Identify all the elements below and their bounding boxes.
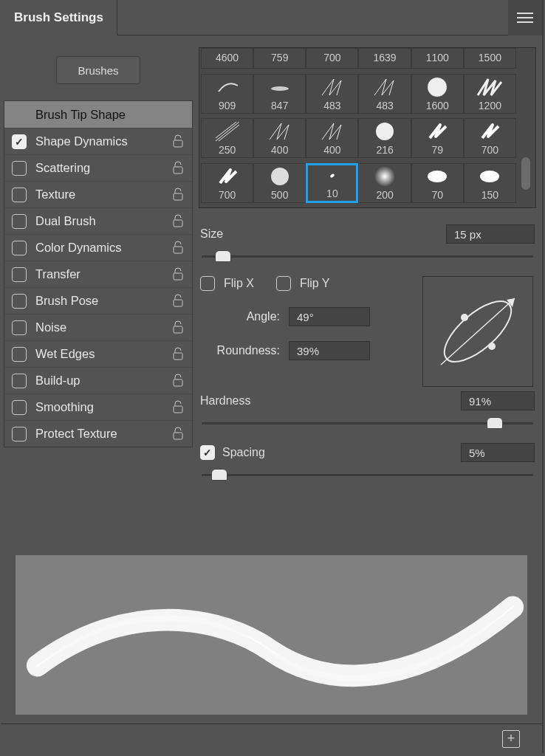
option-checkbox[interactable] [12, 214, 27, 229]
option-noise[interactable]: Noise [4, 314, 192, 340]
lock-icon[interactable] [171, 320, 186, 336]
flip-y-checkbox[interactable] [276, 276, 291, 291]
angle-input[interactable] [289, 307, 370, 326]
option-brush-tip-shape[interactable]: Brush Tip Shape [4, 101, 192, 128]
option-transfer[interactable]: Transfer [4, 261, 192, 287]
svg-point-21 [374, 166, 395, 187]
new-brush-button[interactable]: + [502, 730, 520, 748]
option-protect-texture[interactable]: Protect Texture [4, 420, 192, 447]
brush-tile[interactable]: 700 [464, 118, 516, 158]
option-label: Build-up [35, 374, 162, 388]
angle-wheel[interactable] [422, 276, 533, 387]
brush-tile[interactable]: 700 [201, 163, 253, 203]
brush-size-label: 700 [481, 144, 498, 156]
brush-tile[interactable]: 759 [253, 48, 306, 69]
svg-rect-3 [174, 140, 182, 147]
option-checkbox[interactable] [12, 294, 27, 309]
brush-thumb-icon [254, 164, 305, 189]
svg-rect-11 [174, 353, 182, 360]
brush-thumb-icon [359, 164, 410, 189]
option-brush-pose[interactable]: Brush Pose [4, 287, 192, 314]
option-checkbox[interactable] [12, 374, 27, 388]
brush-tile[interactable]: 1639 [358, 48, 411, 69]
brush-tile[interactable]: 1500 [464, 48, 516, 69]
option-checkbox[interactable] [12, 320, 27, 335]
flip-x-checkbox[interactable] [200, 276, 215, 291]
svg-rect-4 [174, 167, 182, 173]
option-wet-edges[interactable]: Wet Edges [4, 340, 192, 367]
brush-tile[interactable]: 150 [464, 163, 516, 203]
hardness-input[interactable] [461, 391, 535, 410]
brush-tile[interactable]: 1600 [411, 74, 464, 114]
option-dual-brush[interactable]: Dual Brush [4, 207, 192, 234]
lock-icon[interactable] [171, 134, 186, 150]
spacing-slider[interactable] [202, 468, 533, 481]
option-scattering[interactable]: Scattering [4, 154, 192, 181]
option-color-dynamics[interactable]: Color Dynamics [4, 234, 192, 261]
svg-rect-14 [174, 433, 182, 439]
tab-brush-settings[interactable]: Brush Settings [1, 0, 117, 35]
brush-tile[interactable]: 909 [201, 74, 253, 114]
option-build-up[interactable]: Build-up [4, 367, 192, 394]
brush-tile[interactable]: 250 [201, 118, 253, 158]
brushes-button[interactable]: Brushes [56, 56, 140, 84]
option-checkbox[interactable] [12, 161, 27, 176]
brush-thumb-icon [308, 165, 356, 188]
hardness-slider[interactable] [202, 416, 533, 430]
lock-icon[interactable] [171, 373, 186, 389]
panel-menu-button[interactable] [508, 0, 542, 35]
lock-icon[interactable] [171, 293, 186, 309]
brush-tile[interactable]: 483 [306, 74, 358, 114]
spacing-checkbox[interactable] [200, 445, 215, 460]
brush-tile[interactable]: 216 [358, 118, 411, 158]
brush-tile[interactable]: 79 [411, 118, 464, 158]
option-checkbox[interactable] [12, 134, 27, 149]
option-smoothing[interactable]: Smoothing [4, 394, 192, 420]
brush-tile[interactable]: 400 [253, 118, 306, 158]
lock-icon[interactable] [171, 240, 186, 256]
option-checkbox[interactable] [12, 400, 27, 415]
brush-tile[interactable]: 483 [358, 74, 411, 114]
brush-thumb-icon [359, 119, 410, 144]
svg-point-20 [329, 173, 335, 178]
option-checkbox[interactable] [12, 347, 27, 362]
brush-tile[interactable]: 4600 [201, 48, 253, 69]
option-shape-dynamics[interactable]: Shape Dynamics [4, 128, 192, 154]
brush-tile[interactable]: 1200 [464, 74, 516, 114]
option-checkbox[interactable] [12, 427, 27, 441]
svg-point-22 [428, 171, 447, 182]
option-checkbox[interactable] [12, 241, 27, 255]
lock-icon[interactable] [171, 213, 186, 230]
brush-thumb-icon [465, 75, 515, 100]
option-texture[interactable]: Texture [4, 181, 192, 207]
option-label: Dual Brush [35, 214, 162, 228]
lock-icon[interactable] [171, 267, 186, 283]
brush-tile[interactable]: 10 [306, 163, 358, 203]
spacing-input[interactable] [461, 443, 535, 462]
brush-tile[interactable]: 400 [306, 118, 358, 158]
brush-tile[interactable]: 200 [358, 163, 411, 203]
brush-tile[interactable]: 70 [411, 163, 464, 203]
brush-size-label: 909 [219, 100, 236, 111]
grid-scrollbar[interactable] [516, 48, 534, 207]
brush-tile[interactable]: 500 [253, 163, 306, 203]
roundness-label: Roundness: [199, 344, 280, 357]
lock-icon[interactable] [171, 399, 186, 416]
brush-tile[interactable]: 700 [306, 48, 358, 69]
option-label: Wet Edges [35, 347, 162, 361]
option-checkbox[interactable] [12, 188, 27, 202]
lock-icon[interactable] [171, 160, 186, 176]
lock-icon[interactable] [171, 346, 186, 362]
brush-tile[interactable]: 1100 [411, 48, 464, 69]
brush-thumb-icon [202, 75, 253, 100]
lock-icon[interactable] [171, 426, 186, 442]
size-input[interactable] [446, 224, 535, 244]
brush-thumb-icon [465, 164, 515, 189]
svg-rect-8 [174, 273, 182, 280]
option-checkbox[interactable] [12, 267, 27, 282]
lock-icon[interactable] [171, 187, 186, 203]
size-slider[interactable] [202, 250, 533, 263]
brush-tile[interactable]: 847 [253, 74, 306, 114]
roundness-input[interactable] [289, 341, 370, 360]
brush-size-label: 10 [326, 188, 338, 199]
